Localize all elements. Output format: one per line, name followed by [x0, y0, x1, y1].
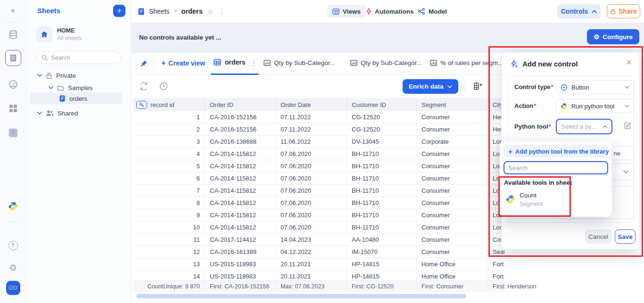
search-input[interactable] — [51, 54, 112, 61]
table-cell-customer-id[interactable]: BH-11710 — [347, 148, 416, 160]
apps-grid-icon[interactable] — [9, 104, 17, 113]
tab-chart-1[interactable]: Qty by Sub-Categor... — [264, 59, 335, 66]
sheets-nav-icon[interactable] — [5, 50, 21, 66]
table-cell-order-date[interactable]: 20.11.2021 — [275, 258, 347, 270]
table-cell-order-id[interactable]: US-2015-118983 — [205, 258, 275, 270]
table-cell-segment[interactable]: Consumer — [416, 111, 487, 123]
column-header[interactable]: Segment — [416, 98, 487, 111]
sidebar-item-home[interactable]: HOME All sheets — [36, 26, 82, 42]
table-cell-customer-id[interactable]: CG-12520 — [347, 111, 416, 123]
table-cell-customer-id[interactable]: CG-12520 — [347, 123, 416, 135]
refresh-icon[interactable] — [139, 82, 149, 91]
table-cell-customer-id[interactable]: DV-13045 — [347, 136, 416, 147]
table-cell-order-id[interactable]: CA-2014-115812 — [205, 148, 275, 160]
add-sheet-button[interactable]: + — [113, 5, 125, 17]
close-icon[interactable]: × — [626, 57, 632, 68]
nav-automations[interactable]: Automations — [366, 5, 414, 18]
table-cell-row-number[interactable]: 6 — [133, 172, 205, 184]
table-cell-row-number[interactable]: 10 — [133, 221, 205, 233]
create-view-button[interactable]: + Create view — [161, 59, 205, 67]
table-cell-customer-id[interactable]: AA-10480 — [347, 234, 416, 246]
action-select[interactable]: Run python tool — [556, 99, 634, 113]
table-cell-order-id[interactable]: CA-2014-115812 — [205, 209, 275, 221]
user-avatar[interactable]: OD — [6, 281, 20, 295]
sidebar-item-private[interactable]: Private — [37, 70, 76, 81]
table-cell-customer-id[interactable]: BH-11710 — [347, 209, 416, 221]
column-header-record-id[interactable]: record id — [133, 98, 205, 111]
column-header[interactable]: Customer ID — [347, 98, 416, 111]
table-cell-customer-id[interactable]: BH-11710 — [347, 185, 416, 197]
table-cell-order-id[interactable]: CA-2014-115812 — [205, 185, 275, 197]
table-cell-row-number[interactable]: 7 — [133, 185, 205, 197]
python-tools-icon[interactable] — [8, 201, 18, 211]
table-cell-segment[interactable]: Consumer — [416, 185, 487, 197]
table-cell-row-number[interactable]: 11 — [133, 234, 205, 246]
table-cell-row-number[interactable]: 13 — [133, 258, 205, 270]
tab-chart-2[interactable]: Qty by Sub-Categor... — [350, 59, 422, 66]
table-cell-order-date[interactable]: 14.04.2023 — [275, 234, 347, 246]
nav-model[interactable]: Model — [418, 5, 447, 18]
table-cell-row-number[interactable]: 5 — [133, 160, 205, 172]
save-button[interactable]: Save — [615, 229, 636, 244]
table-cell-order-date[interactable]: 07.06.2020 — [275, 160, 347, 172]
table-cell-order-date[interactable]: 04.12.2022 — [275, 246, 347, 258]
table-cell-order-date[interactable]: 07.06.2020 — [275, 197, 347, 209]
dashboards-icon[interactable] — [8, 79, 18, 90]
collapse-sidebar-icon[interactable]: « — [11, 6, 15, 15]
table-cell-order-id[interactable]: CA-2014-115812 — [205, 160, 275, 172]
horizontal-scrollbar[interactable] — [136, 294, 466, 298]
table-cell-segment[interactable]: Consumer — [416, 209, 487, 221]
tab-orders[interactable]: orders — [214, 58, 246, 66]
table-cell-order-id[interactable]: CA-2016-152156 — [205, 111, 275, 123]
help-icon[interactable]: ? — [8, 241, 18, 250]
table-cell-row-number[interactable]: 2 — [133, 123, 205, 135]
table-cell-segment[interactable]: Consumer — [416, 172, 487, 184]
sidebar-item-orders[interactable]: orders — [59, 93, 87, 104]
table-cell-order-date[interactable]: 07.11.2022 — [275, 123, 347, 135]
table-cell-row-number[interactable]: 1 — [133, 111, 205, 123]
controls-button[interactable]: Controls — [557, 4, 601, 18]
sidebar-item-samples[interactable]: Samples — [49, 82, 93, 93]
favorite-star-icon[interactable]: ☆ — [207, 7, 214, 16]
add-tool-from-library-button[interactable]: + Add python tool from the library — [504, 145, 608, 157]
tab-chart-3[interactable]: % of sales per segm... — [430, 59, 504, 66]
table-cell-order-id[interactable]: CA-2016-161389 — [205, 246, 275, 258]
breadcrumb-root[interactable]: Sheets — [149, 8, 170, 15]
table-cell-order-date[interactable]: 11.06.2022 — [275, 136, 347, 147]
column-header[interactable]: Order Date — [275, 98, 347, 111]
table-cell-segment[interactable]: Consumer — [416, 221, 487, 233]
add-column-icon[interactable] — [473, 82, 482, 91]
table-cell-row-number[interactable]: 3 — [133, 136, 205, 147]
table-cell-customer-id[interactable]: BH-11710 — [347, 221, 416, 233]
tool-search-input[interactable] — [508, 164, 603, 172]
sidebar-item-shared[interactable]: Shared — [37, 107, 78, 119]
table-cell-order-date[interactable]: 07.06.2020 — [275, 172, 347, 184]
table-cell-segment[interactable]: Home Office — [416, 258, 487, 270]
tool-option-count[interactable]: Count Segment — [500, 188, 612, 211]
history-clock-icon[interactable] — [159, 82, 168, 91]
table-cell-order-date[interactable]: 07.11.2022 — [275, 111, 347, 123]
table-cell-order-date[interactable]: 07.06.2020 — [275, 148, 347, 160]
table-cell-order-id[interactable]: CA-2016-138688 — [205, 136, 275, 147]
pin-icon[interactable] — [140, 60, 148, 67]
table-cell-row-number[interactable]: 4 — [133, 148, 205, 160]
share-button[interactable]: Share — [607, 4, 640, 18]
python-tool-select[interactable]: Select a py... — [556, 119, 612, 134]
table-cell-order-date[interactable]: 07.06.2020 — [275, 221, 347, 233]
table-cell-segment[interactable]: Consumer — [416, 148, 487, 160]
table-cell-customer-id[interactable]: BH-11710 — [347, 197, 416, 209]
table-cell-row-number[interactable]: 9 — [133, 209, 205, 221]
cancel-button[interactable]: Cancel — [585, 229, 611, 244]
table-cell-segment[interactable]: Consumer — [416, 160, 487, 172]
table-cell-order-id[interactable]: CA-2014-115812 — [205, 221, 275, 233]
table-cell-order-date[interactable]: 07.06.2020 — [275, 209, 347, 221]
enrich-data-button[interactable]: Enrich data — [403, 79, 458, 94]
table-cell-row-number[interactable]: 12 — [133, 246, 205, 258]
column-header[interactable]: Order ID — [205, 98, 275, 111]
tab-more-icon[interactable]: ⋮ — [250, 59, 257, 67]
table-cell-segment[interactable]: Consumer — [416, 123, 487, 135]
table-cell-customer-id[interactable]: IM-15070 — [347, 246, 416, 258]
table-cell-customer-id[interactable]: BH-11710 — [347, 172, 416, 184]
configure-button[interactable]: ⚙ Configure — [587, 29, 639, 44]
data-sources-icon[interactable] — [8, 30, 18, 40]
